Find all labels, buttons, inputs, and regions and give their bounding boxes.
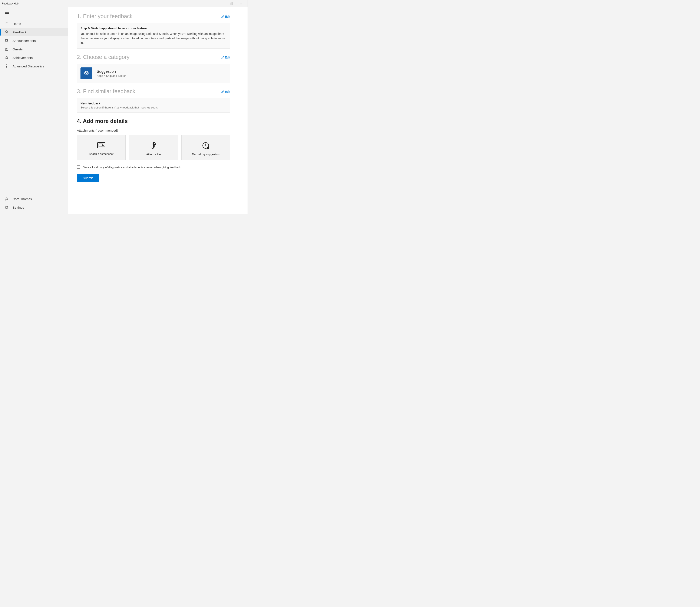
achievements-icon: [4, 56, 9, 60]
svg-point-3: [6, 56, 7, 58]
sidebar: Home Feedback: [0, 7, 68, 214]
section2-header: 2. Choose a category Edit: [77, 54, 230, 60]
diagnostics-checkbox-row[interactable]: Save a local copy of diagnostics and att…: [77, 165, 230, 169]
edit-icon: [221, 90, 224, 93]
similar-description: Select this option if there isn't any fe…: [80, 106, 226, 109]
titlebar-title: Feedback Hub: [2, 2, 217, 5]
hamburger-icon: [5, 11, 9, 11]
main-content: 1. Enter your feedback Edit Snip & Sketc…: [68, 7, 247, 214]
user-icon: [4, 197, 9, 201]
hamburger-button[interactable]: [4, 9, 10, 15]
sidebar-item-achievements-label: Achievements: [13, 56, 33, 60]
attachments-label: Attachments (recommended): [77, 129, 230, 132]
section3-title: 3. Find similar feedback: [77, 88, 135, 95]
sidebar-item-advanced-diagnostics[interactable]: Advanced Diagnostics: [0, 62, 68, 70]
diagnostics-checkbox[interactable]: [77, 165, 80, 169]
feedback-box: Snip & Sketch app should have a zoom fea…: [77, 23, 230, 49]
sidebar-item-feedback[interactable]: Feedback: [0, 28, 68, 36]
sidebar-item-achievements[interactable]: Achievements: [0, 54, 68, 62]
feedback-title: Snip & Sketch app should have a zoom fea…: [80, 26, 226, 30]
sidebar-item-settings[interactable]: Settings: [0, 203, 68, 212]
submit-button[interactable]: Submit: [77, 174, 99, 182]
section3-header: 3. Find similar feedback Edit: [77, 88, 230, 95]
sidebar-item-announcements[interactable]: Announcements: [0, 36, 68, 45]
attach-screenshot-card[interactable]: Attach a screenshot: [77, 135, 126, 160]
attachment-cards: Attach a screenshot Attach a file: [77, 135, 230, 160]
diagnostics-checkbox-label: Save a local copy of diagnostics and att…: [83, 166, 181, 169]
close-button[interactable]: ✕: [236, 0, 246, 7]
record-suggestion-label: Record my suggestion: [192, 153, 220, 156]
screenshot-icon: [97, 142, 106, 149]
sidebar-item-quests[interactable]: Quests: [0, 45, 68, 54]
svg-point-8: [6, 207, 7, 208]
attach-screenshot-label: Attach a screenshot: [89, 152, 114, 155]
maximize-button[interactable]: ⬜: [226, 0, 236, 7]
content-inner: 1. Enter your feedback Edit Snip & Sketc…: [68, 7, 239, 190]
quests-icon: [4, 47, 9, 51]
attach-file-card[interactable]: Attach a file: [129, 135, 178, 160]
section3-edit-button[interactable]: Edit: [221, 90, 230, 93]
sidebar-item-home-label: Home: [13, 22, 21, 25]
settings-icon: [4, 205, 9, 209]
svg-rect-5: [6, 67, 7, 68]
category-box: Suggestion Apps > Snip and Sketch: [77, 64, 230, 83]
section4-title: 4. Add more details: [77, 118, 230, 124]
svg-point-14: [207, 147, 209, 149]
sidebar-bottom: Cora Thomas Settings: [0, 192, 68, 214]
section1-title: 1. Enter your feedback: [77, 13, 133, 20]
user-profile[interactable]: Cora Thomas: [0, 195, 68, 203]
sidebar-item-advanced-diagnostics-label: Advanced Diagnostics: [13, 64, 44, 68]
hamburger-icon: [5, 12, 9, 13]
similar-feedback-box: New feedback Select this option if there…: [77, 98, 230, 113]
sidebar-item-home[interactable]: Home: [0, 19, 68, 28]
sidebar-item-settings-label: Settings: [13, 206, 24, 209]
hamburger-icon: [5, 14, 9, 14]
sidebar-item-quests-label: Quests: [13, 47, 23, 51]
svg-point-7: [6, 198, 7, 199]
record-icon: [201, 141, 210, 150]
section1-header: 1. Enter your feedback Edit: [77, 13, 230, 20]
sidebar-item-feedback-label: Feedback: [13, 30, 27, 34]
user-name: Cora Thomas: [13, 197, 32, 201]
edit-icon: [221, 15, 224, 18]
titlebar: Feedback Hub — ⬜ ✕: [0, 0, 247, 7]
similar-title: New feedback: [80, 102, 226, 105]
file-icon: [150, 141, 157, 150]
edit-icon: [221, 56, 224, 59]
attach-file-label: Attach a file: [146, 153, 161, 156]
sidebar-nav: Home Feedback: [0, 19, 68, 192]
feedback-description: You should be able to zoom in on an imag…: [80, 32, 226, 45]
category-type: Suggestion: [97, 69, 126, 74]
category-path: Apps > Snip and Sketch: [97, 74, 126, 78]
minimize-button[interactable]: —: [217, 0, 226, 7]
titlebar-controls: — ⬜ ✕: [217, 0, 246, 7]
diagnostics-icon: [4, 64, 9, 68]
category-icon: [80, 67, 93, 79]
sidebar-top: [0, 7, 68, 18]
section1-edit-button[interactable]: Edit: [221, 15, 230, 18]
svg-rect-4: [6, 65, 7, 66]
sidebar-item-announcements-label: Announcements: [13, 39, 36, 43]
category-info: Suggestion Apps > Snip and Sketch: [97, 69, 126, 78]
app-body: Home Feedback: [0, 7, 247, 214]
section4-header: 4. Add more details: [77, 118, 230, 124]
svg-point-9: [86, 73, 87, 74]
section2-title: 2. Choose a category: [77, 54, 129, 60]
record-suggestion-card[interactable]: Record my suggestion: [181, 135, 230, 160]
announcements-icon: [4, 39, 9, 43]
home-icon: [4, 21, 9, 26]
feedback-icon: [4, 30, 9, 34]
section2-edit-button[interactable]: Edit: [221, 56, 230, 59]
